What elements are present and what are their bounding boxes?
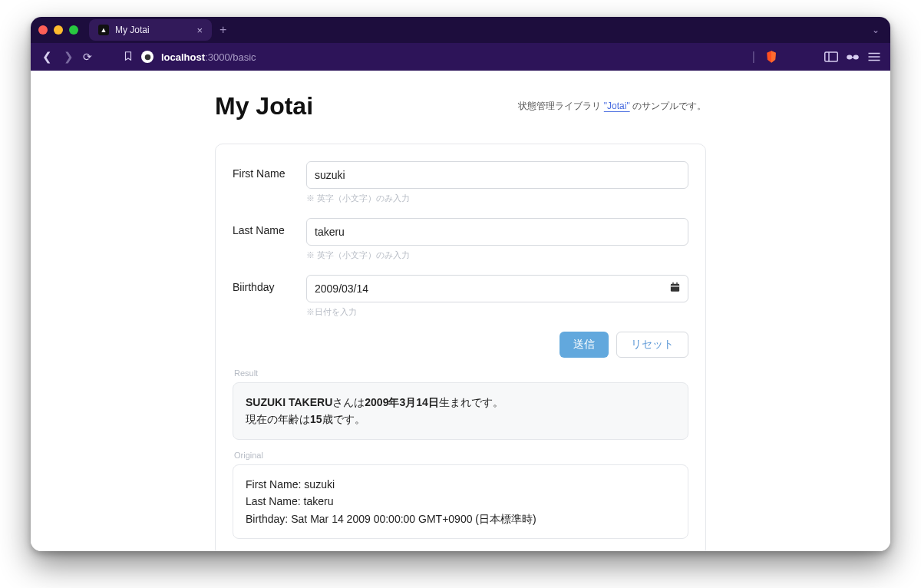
last-name-row: Last Name ※ 英字（小文字）のみ入力 (233, 218, 688, 261)
reader-mode-icon[interactable] (846, 51, 860, 62)
forward-button[interactable]: ❯ (61, 50, 75, 64)
result-name: SUZUKI TAKERU (246, 396, 332, 408)
last-name-input[interactable] (306, 218, 688, 246)
new-tab-button[interactable]: + (220, 23, 226, 37)
button-row: 送信 リセット (233, 332, 688, 358)
original-first-name: First Name: suzuki (246, 476, 675, 493)
desc-suffix: のサンプルです。 (630, 101, 706, 111)
reload-button[interactable]: ⟳ (83, 51, 92, 63)
tab-bar: ▲ My Jotai × + ⌄ (31, 17, 890, 43)
tab-title: My Jotai (115, 25, 150, 35)
jotai-link[interactable]: "Jotai" (604, 101, 630, 111)
url-path: :3000/basic (205, 51, 256, 63)
menu-icon[interactable] (867, 51, 881, 62)
result-age: 15 (310, 413, 322, 425)
last-name-label: Last Name (233, 218, 306, 236)
tab-favicon: ▲ (98, 25, 109, 35)
original-box: First Name: suzuki Last Name: takeru Bir… (233, 464, 688, 539)
birthday-input[interactable] (306, 275, 688, 302)
bookmark-icon[interactable] (123, 51, 134, 64)
browser-tab[interactable]: ▲ My Jotai × (89, 19, 212, 41)
back-button[interactable]: ❮ (40, 50, 54, 64)
svg-rect-1 (825, 52, 838, 61)
page-description: 状態管理ライブラリ "Jotai" のサンプルです。 (518, 100, 706, 113)
site-info-icon[interactable] (141, 51, 154, 63)
first-name-hint: ※ 英字（小文字）のみ入力 (306, 193, 688, 204)
svg-point-4 (853, 55, 859, 60)
first-name-row: First Name ※ 英字（小文字）のみ入力 (233, 161, 688, 204)
form-card: First Name ※ 英字（小文字）のみ入力 Last Name ※ 英字（… (215, 144, 706, 551)
svg-point-3 (847, 55, 852, 60)
original-last-name: Last Name: takeru (246, 493, 675, 510)
page-content: My Jotai 状態管理ライブラリ "Jotai" のサンプルです。 Firs… (31, 71, 890, 551)
birthday-hint: ※日付を入力 (306, 307, 688, 318)
toolbar-separator: | (752, 50, 755, 64)
page-title: My Jotai (215, 92, 313, 121)
page-header: My Jotai 状態管理ライブラリ "Jotai" のサンプルです。 (215, 92, 706, 121)
result-section-label: Result (234, 368, 688, 378)
submit-button[interactable]: 送信 (560, 332, 609, 358)
reset-button[interactable]: リセット (616, 332, 688, 358)
address-bar[interactable]: localhost:3000/basic (161, 51, 256, 63)
close-tab-button[interactable]: × (196, 25, 203, 35)
tab-overflow-button[interactable]: ⌄ (872, 25, 880, 35)
url-host: localhost (161, 51, 205, 63)
result-line-1: SUZUKI TAKERUさんは2009年3月14日生まれです。 (246, 394, 675, 411)
result-line-2: 現在の年齢は15歳です。 (246, 411, 675, 428)
birthday-label: Biirthday (233, 275, 306, 293)
first-name-input[interactable] (306, 161, 688, 189)
minimize-window-button[interactable] (54, 25, 63, 35)
desc-prefix: 状態管理ライブラリ (518, 101, 603, 111)
window-controls (38, 25, 78, 35)
birthday-row: Biirthday ※日付を入力 (233, 275, 688, 318)
last-name-hint: ※ 英字（小文字）のみ入力 (306, 250, 688, 261)
first-name-label: First Name (233, 161, 306, 180)
result-date: 2009年3月14日 (365, 396, 439, 408)
original-birthday: Birthday: Sat Mar 14 2009 00:00:00 GMT+0… (246, 510, 675, 527)
browser-window: ▲ My Jotai × + ⌄ ❮ ❯ ⟳ localhost:3000/ba… (31, 17, 890, 551)
sidebar-toggle-icon[interactable] (824, 51, 838, 62)
toolbar: ❮ ❯ ⟳ localhost:3000/basic | (31, 43, 890, 71)
svg-point-0 (144, 54, 150, 60)
close-window-button[interactable] (38, 25, 48, 35)
brave-shields-icon[interactable] (764, 49, 778, 64)
original-section-label: Original (234, 451, 688, 460)
maximize-window-button[interactable] (69, 25, 78, 35)
svg-rect-5 (852, 57, 853, 58)
result-box: SUZUKI TAKERUさんは2009年3月14日生まれです。 現在の年齢は1… (233, 382, 688, 440)
